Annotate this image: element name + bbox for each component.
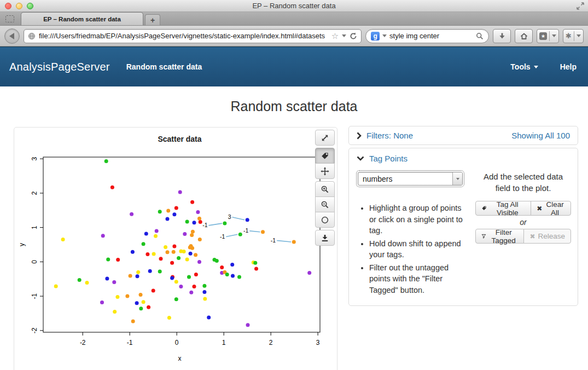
scatter-point[interactable] xyxy=(142,242,145,246)
scatter-point[interactable] xyxy=(202,290,206,294)
release-button[interactable]: ✖ Release xyxy=(523,229,571,244)
scatter-point[interactable] xyxy=(207,316,211,320)
search-bar[interactable]: g style img center xyxy=(365,29,489,43)
scatter-point[interactable] xyxy=(174,206,178,210)
scatter-point[interactable] xyxy=(190,233,194,237)
addon-button[interactable]: ✱ xyxy=(563,29,584,43)
scatter-point[interactable] xyxy=(261,230,265,234)
scatter-point[interactable] xyxy=(113,310,117,314)
scatter-point[interactable] xyxy=(135,301,139,305)
scatter-point[interactable] xyxy=(116,258,120,262)
zoom-reset-button[interactable] xyxy=(315,212,335,228)
scatter-point[interactable] xyxy=(307,271,311,275)
scatter-point[interactable] xyxy=(158,269,162,273)
scatter-point[interactable] xyxy=(185,258,189,262)
scatter-point[interactable] xyxy=(197,217,201,221)
new-tab-button[interactable]: + xyxy=(145,14,160,25)
scatter-point[interactable] xyxy=(172,245,176,248)
scatter-point[interactable] xyxy=(172,250,176,254)
scatter-point[interactable] xyxy=(159,257,163,261)
scatter-point[interactable] xyxy=(104,159,108,163)
scatter-point[interactable] xyxy=(155,229,159,233)
url-bar[interactable]: file:///Users/friedmab/EP/AnalysisPageSe… xyxy=(24,29,362,43)
scatter-point[interactable] xyxy=(253,261,257,265)
select-arrow-button[interactable] xyxy=(452,172,462,185)
home-button[interactable] xyxy=(515,29,533,43)
scatter-point[interactable] xyxy=(182,250,186,253)
scatter-point[interactable] xyxy=(194,273,198,276)
scatter-point[interactable] xyxy=(246,218,249,222)
scatter-point[interactable] xyxy=(188,246,192,250)
reload-icon[interactable] xyxy=(350,32,357,40)
scatter-point[interactable] xyxy=(231,274,235,278)
scatter-point[interactable] xyxy=(110,186,114,189)
tag-all-visible-button[interactable]: Tag All Visible xyxy=(475,201,531,216)
scatter-point[interactable] xyxy=(183,232,187,236)
scatter-point[interactable] xyxy=(190,200,194,204)
scatter-point[interactable] xyxy=(142,300,145,304)
tag-label[interactable]: -1 xyxy=(271,237,276,244)
scatter-point[interactable] xyxy=(54,284,58,288)
bookmarks-dropdown-icon[interactable] xyxy=(552,34,556,37)
download-plot-button[interactable] xyxy=(315,230,335,246)
scatter-point[interactable] xyxy=(292,240,296,244)
filter-tagged-button[interactable]: Filter Tagged xyxy=(475,229,524,244)
filters-label[interactable]: Filters: None xyxy=(366,131,413,140)
scatter-point[interactable] xyxy=(193,221,196,224)
scatter-point[interactable] xyxy=(139,307,143,310)
scatter-point[interactable] xyxy=(148,269,152,273)
scatter-point[interactable] xyxy=(174,280,178,284)
app-brand[interactable]: AnalysisPageServer xyxy=(9,61,110,73)
scatter-point[interactable] xyxy=(136,270,140,274)
scatter-point[interactable] xyxy=(225,273,229,276)
scatter-point[interactable] xyxy=(196,210,200,214)
scatter-point[interactable] xyxy=(203,297,207,301)
scatter-point[interactable] xyxy=(223,222,226,226)
scatter-point[interactable] xyxy=(106,258,110,262)
scatter-point[interactable] xyxy=(238,233,242,236)
scatter-point[interactable] xyxy=(189,291,193,294)
scatter-point[interactable] xyxy=(112,280,116,284)
clear-all-button[interactable]: ✖ Clear All xyxy=(531,201,571,216)
back-button[interactable] xyxy=(4,28,20,44)
search-engine-dropdown-icon[interactable] xyxy=(382,34,387,37)
scatter-point[interactable] xyxy=(189,252,193,256)
scatter-point[interactable] xyxy=(166,250,170,254)
tag-label[interactable]: -1 xyxy=(202,222,207,228)
scatter-point[interactable] xyxy=(230,263,234,267)
tag-label[interactable]: -1 xyxy=(243,227,248,234)
scatter-point[interactable] xyxy=(144,232,148,235)
scatter-point[interactable] xyxy=(179,285,183,288)
url-dropdown-icon[interactable] xyxy=(342,34,346,37)
scatter-point[interactable] xyxy=(193,285,196,288)
scatter-point[interactable] xyxy=(145,252,149,256)
scatter-point[interactable] xyxy=(215,259,219,263)
pan-button[interactable] xyxy=(315,163,335,179)
scatter-plot[interactable]: Scatter data-2-10123x-2-10123y-13-1-1-1 xyxy=(14,128,337,370)
url-text[interactable]: file:///Users/friedmab/EP/AnalysisPageSe… xyxy=(39,32,328,40)
nav-current-page[interactable]: Random scatter data xyxy=(126,62,202,71)
scatter-point[interactable] xyxy=(246,323,250,327)
search-icon[interactable] xyxy=(476,32,484,40)
scatter-point[interactable] xyxy=(172,212,176,216)
field-select[interactable]: numbers xyxy=(358,172,463,186)
nav-help-link[interactable]: Help xyxy=(560,62,577,71)
tag-mode-button[interactable] xyxy=(315,148,335,164)
scatter-point[interactable] xyxy=(170,261,174,265)
tag-points-header[interactable]: Tag Points xyxy=(349,148,578,165)
browser-tab[interactable]: EP – Random scatter data xyxy=(21,12,143,25)
scatter-point[interactable] xyxy=(199,220,202,224)
scatter-point[interactable] xyxy=(105,277,109,281)
scatter-point[interactable] xyxy=(158,210,162,213)
tag-label[interactable]: -1 xyxy=(220,233,225,240)
scatter-point[interactable] xyxy=(125,294,129,298)
scatter-point[interactable] xyxy=(194,253,197,257)
scatter-point[interactable] xyxy=(101,234,105,238)
scatter-point[interactable] xyxy=(185,220,189,224)
scatter-point[interactable] xyxy=(197,260,201,264)
scatter-point[interactable] xyxy=(167,316,171,320)
zoom-out-button[interactable] xyxy=(315,196,335,212)
zoom-in-button[interactable] xyxy=(315,181,335,197)
scatter-point[interactable] xyxy=(131,250,135,254)
expand-plot-button[interactable] xyxy=(315,130,335,146)
